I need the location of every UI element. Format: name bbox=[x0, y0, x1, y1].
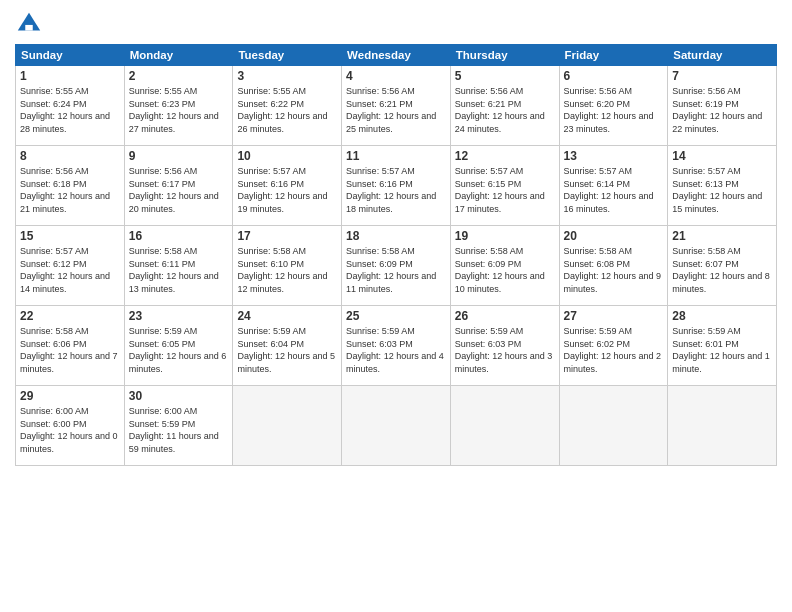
cell-info: Sunrise: 5:58 AMSunset: 6:10 PMDaylight:… bbox=[237, 246, 327, 294]
day-number: 29 bbox=[20, 389, 120, 403]
calendar-header-monday: Monday bbox=[124, 45, 233, 66]
calendar-cell: 26 Sunrise: 5:59 AMSunset: 6:03 PMDaylig… bbox=[450, 306, 559, 386]
calendar-cell: 20 Sunrise: 5:58 AMSunset: 6:08 PMDaylig… bbox=[559, 226, 668, 306]
cell-info: Sunrise: 5:59 AMSunset: 6:01 PMDaylight:… bbox=[672, 326, 770, 374]
day-number: 14 bbox=[672, 149, 772, 163]
cell-info: Sunrise: 5:58 AMSunset: 6:09 PMDaylight:… bbox=[455, 246, 545, 294]
cell-info: Sunrise: 5:59 AMSunset: 6:02 PMDaylight:… bbox=[564, 326, 662, 374]
calendar-cell: 16 Sunrise: 5:58 AMSunset: 6:11 PMDaylig… bbox=[124, 226, 233, 306]
cell-info: Sunrise: 5:58 AMSunset: 6:09 PMDaylight:… bbox=[346, 246, 436, 294]
calendar-cell: 25 Sunrise: 5:59 AMSunset: 6:03 PMDaylig… bbox=[342, 306, 451, 386]
calendar-cell: 28 Sunrise: 5:59 AMSunset: 6:01 PMDaylig… bbox=[668, 306, 777, 386]
calendar-cell: 11 Sunrise: 5:57 AMSunset: 6:16 PMDaylig… bbox=[342, 146, 451, 226]
cell-info: Sunrise: 6:00 AMSunset: 6:00 PMDaylight:… bbox=[20, 406, 118, 454]
cell-info: Sunrise: 5:56 AMSunset: 6:17 PMDaylight:… bbox=[129, 166, 219, 214]
calendar-cell: 15 Sunrise: 5:57 AMSunset: 6:12 PMDaylig… bbox=[16, 226, 125, 306]
calendar-header-tuesday: Tuesday bbox=[233, 45, 342, 66]
calendar-cell: 18 Sunrise: 5:58 AMSunset: 6:09 PMDaylig… bbox=[342, 226, 451, 306]
calendar-cell: 24 Sunrise: 5:59 AMSunset: 6:04 PMDaylig… bbox=[233, 306, 342, 386]
day-number: 19 bbox=[455, 229, 555, 243]
day-number: 13 bbox=[564, 149, 664, 163]
day-number: 26 bbox=[455, 309, 555, 323]
cell-info: Sunrise: 5:58 AMSunset: 6:08 PMDaylight:… bbox=[564, 246, 662, 294]
day-number: 30 bbox=[129, 389, 229, 403]
logo-icon bbox=[15, 10, 43, 38]
calendar-header-thursday: Thursday bbox=[450, 45, 559, 66]
calendar-week-4: 22 Sunrise: 5:58 AMSunset: 6:06 PMDaylig… bbox=[16, 306, 777, 386]
calendar-week-1: 1 Sunrise: 5:55 AMSunset: 6:24 PMDayligh… bbox=[16, 66, 777, 146]
cell-info: Sunrise: 6:00 AMSunset: 5:59 PMDaylight:… bbox=[129, 406, 219, 454]
page: SundayMondayTuesdayWednesdayThursdayFrid… bbox=[0, 0, 792, 612]
day-number: 4 bbox=[346, 69, 446, 83]
calendar-cell: 9 Sunrise: 5:56 AMSunset: 6:17 PMDayligh… bbox=[124, 146, 233, 226]
cell-info: Sunrise: 5:58 AMSunset: 6:06 PMDaylight:… bbox=[20, 326, 118, 374]
calendar-cell: 5 Sunrise: 5:56 AMSunset: 6:21 PMDayligh… bbox=[450, 66, 559, 146]
calendar-cell: 30 Sunrise: 6:00 AMSunset: 5:59 PMDaylig… bbox=[124, 386, 233, 466]
calendar-header-saturday: Saturday bbox=[668, 45, 777, 66]
cell-info: Sunrise: 5:56 AMSunset: 6:19 PMDaylight:… bbox=[672, 86, 762, 134]
calendar-cell: 4 Sunrise: 5:56 AMSunset: 6:21 PMDayligh… bbox=[342, 66, 451, 146]
day-number: 25 bbox=[346, 309, 446, 323]
day-number: 22 bbox=[20, 309, 120, 323]
cell-info: Sunrise: 5:59 AMSunset: 6:03 PMDaylight:… bbox=[346, 326, 444, 374]
calendar-cell: 19 Sunrise: 5:58 AMSunset: 6:09 PMDaylig… bbox=[450, 226, 559, 306]
logo bbox=[15, 10, 47, 38]
calendar-cell bbox=[668, 386, 777, 466]
cell-info: Sunrise: 5:55 AMSunset: 6:22 PMDaylight:… bbox=[237, 86, 327, 134]
calendar-cell: 27 Sunrise: 5:59 AMSunset: 6:02 PMDaylig… bbox=[559, 306, 668, 386]
cell-info: Sunrise: 5:55 AMSunset: 6:24 PMDaylight:… bbox=[20, 86, 110, 134]
calendar-cell bbox=[342, 386, 451, 466]
calendar-cell: 13 Sunrise: 5:57 AMSunset: 6:14 PMDaylig… bbox=[559, 146, 668, 226]
calendar-header-friday: Friday bbox=[559, 45, 668, 66]
day-number: 9 bbox=[129, 149, 229, 163]
calendar-cell: 29 Sunrise: 6:00 AMSunset: 6:00 PMDaylig… bbox=[16, 386, 125, 466]
calendar-cell: 7 Sunrise: 5:56 AMSunset: 6:19 PMDayligh… bbox=[668, 66, 777, 146]
day-number: 24 bbox=[237, 309, 337, 323]
day-number: 15 bbox=[20, 229, 120, 243]
calendar-header-sunday: Sunday bbox=[16, 45, 125, 66]
day-number: 7 bbox=[672, 69, 772, 83]
calendar-cell: 12 Sunrise: 5:57 AMSunset: 6:15 PMDaylig… bbox=[450, 146, 559, 226]
calendar-cell: 22 Sunrise: 5:58 AMSunset: 6:06 PMDaylig… bbox=[16, 306, 125, 386]
cell-info: Sunrise: 5:58 AMSunset: 6:11 PMDaylight:… bbox=[129, 246, 219, 294]
cell-info: Sunrise: 5:57 AMSunset: 6:16 PMDaylight:… bbox=[346, 166, 436, 214]
cell-info: Sunrise: 5:57 AMSunset: 6:16 PMDaylight:… bbox=[237, 166, 327, 214]
day-number: 12 bbox=[455, 149, 555, 163]
calendar-table: SundayMondayTuesdayWednesdayThursdayFrid… bbox=[15, 44, 777, 466]
cell-info: Sunrise: 5:59 AMSunset: 6:05 PMDaylight:… bbox=[129, 326, 227, 374]
cell-info: Sunrise: 5:57 AMSunset: 6:15 PMDaylight:… bbox=[455, 166, 545, 214]
day-number: 28 bbox=[672, 309, 772, 323]
cell-info: Sunrise: 5:59 AMSunset: 6:03 PMDaylight:… bbox=[455, 326, 553, 374]
cell-info: Sunrise: 5:57 AMSunset: 6:13 PMDaylight:… bbox=[672, 166, 762, 214]
cell-info: Sunrise: 5:59 AMSunset: 6:04 PMDaylight:… bbox=[237, 326, 335, 374]
day-number: 18 bbox=[346, 229, 446, 243]
cell-info: Sunrise: 5:56 AMSunset: 6:20 PMDaylight:… bbox=[564, 86, 654, 134]
day-number: 2 bbox=[129, 69, 229, 83]
calendar-cell: 2 Sunrise: 5:55 AMSunset: 6:23 PMDayligh… bbox=[124, 66, 233, 146]
calendar-cell: 17 Sunrise: 5:58 AMSunset: 6:10 PMDaylig… bbox=[233, 226, 342, 306]
day-number: 20 bbox=[564, 229, 664, 243]
day-number: 21 bbox=[672, 229, 772, 243]
calendar-header-row: SundayMondayTuesdayWednesdayThursdayFrid… bbox=[16, 45, 777, 66]
day-number: 1 bbox=[20, 69, 120, 83]
cell-info: Sunrise: 5:57 AMSunset: 6:12 PMDaylight:… bbox=[20, 246, 110, 294]
svg-rect-1 bbox=[25, 25, 32, 31]
cell-info: Sunrise: 5:57 AMSunset: 6:14 PMDaylight:… bbox=[564, 166, 654, 214]
header bbox=[15, 10, 777, 38]
calendar-week-3: 15 Sunrise: 5:57 AMSunset: 6:12 PMDaylig… bbox=[16, 226, 777, 306]
cell-info: Sunrise: 5:56 AMSunset: 6:21 PMDaylight:… bbox=[346, 86, 436, 134]
day-number: 16 bbox=[129, 229, 229, 243]
calendar-week-2: 8 Sunrise: 5:56 AMSunset: 6:18 PMDayligh… bbox=[16, 146, 777, 226]
calendar-cell: 6 Sunrise: 5:56 AMSunset: 6:20 PMDayligh… bbox=[559, 66, 668, 146]
day-number: 5 bbox=[455, 69, 555, 83]
calendar-cell bbox=[450, 386, 559, 466]
calendar-cell: 23 Sunrise: 5:59 AMSunset: 6:05 PMDaylig… bbox=[124, 306, 233, 386]
cell-info: Sunrise: 5:55 AMSunset: 6:23 PMDaylight:… bbox=[129, 86, 219, 134]
day-number: 23 bbox=[129, 309, 229, 323]
calendar-cell: 14 Sunrise: 5:57 AMSunset: 6:13 PMDaylig… bbox=[668, 146, 777, 226]
calendar-week-5: 29 Sunrise: 6:00 AMSunset: 6:00 PMDaylig… bbox=[16, 386, 777, 466]
calendar-cell: 10 Sunrise: 5:57 AMSunset: 6:16 PMDaylig… bbox=[233, 146, 342, 226]
day-number: 6 bbox=[564, 69, 664, 83]
day-number: 27 bbox=[564, 309, 664, 323]
day-number: 17 bbox=[237, 229, 337, 243]
